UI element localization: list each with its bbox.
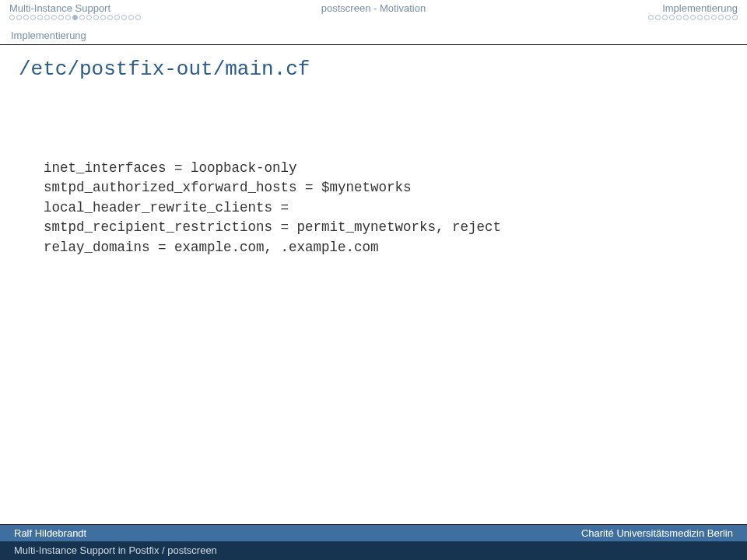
- code-block: inet_interfaces = loopback-only smtpd_au…: [44, 159, 703, 257]
- progress-dot: [128, 15, 134, 20]
- progress-dot: [121, 15, 127, 20]
- slide-footer: Ralf Hildebrandt Charité Universitätsmed…: [0, 521, 747, 560]
- progress-dot: [114, 15, 120, 20]
- subsection-label: Implementierung: [0, 20, 747, 41]
- progress-dot: [704, 15, 710, 20]
- progress-dot: [51, 15, 57, 20]
- nav-section-right: Implementierung: [495, 2, 738, 14]
- progress-dot: [86, 15, 92, 20]
- nav-row: Multi-Instance Support postscreen - Moti…: [0, 2, 747, 14]
- progress-dot: [9, 15, 15, 20]
- progress-dot: [107, 15, 113, 20]
- progress-dot: [72, 15, 78, 20]
- progress-dot: [676, 15, 682, 20]
- progress-dot: [662, 15, 668, 20]
- slide-content: inet_interfaces = loopback-only smtpd_au…: [0, 81, 747, 521]
- progress-dot: [30, 15, 36, 20]
- footer-org: Charité Universitätsmedizin Berlin: [581, 527, 733, 539]
- progress-dot: [65, 15, 71, 20]
- progress-dot: [690, 15, 696, 20]
- progress-dot: [93, 15, 99, 20]
- nav-section-center: postscreen - Motivation: [252, 2, 495, 14]
- progress-dot: [79, 15, 85, 20]
- progress-dot: [16, 15, 22, 20]
- slide-title: /etc/postfix-out/main.cf: [0, 45, 747, 81]
- progress-dot: [697, 15, 703, 20]
- progress-dot: [135, 15, 141, 20]
- progress-dots-left: [9, 15, 141, 20]
- footer-bottom-bar: Multi-Instance Support in Postfix / post…: [0, 541, 747, 560]
- progress-dot: [725, 15, 731, 20]
- progress-dot: [732, 15, 738, 20]
- progress-dot: [58, 15, 64, 20]
- progress-dots-right: [648, 15, 738, 20]
- progress-dot: [669, 15, 675, 20]
- footer-top-bar: Ralf Hildebrandt Charité Universitätsmed…: [0, 525, 747, 541]
- progress-dot: [718, 15, 724, 20]
- nav-section-left: Multi-Instance Support: [9, 2, 252, 14]
- progress-dot: [711, 15, 717, 20]
- progress-dot: [683, 15, 689, 20]
- progress-dot: [648, 15, 654, 20]
- progress-dot: [655, 15, 661, 20]
- footer-author: Ralf Hildebrandt: [14, 527, 86, 539]
- slide-header: Multi-Instance Support postscreen - Moti…: [0, 0, 747, 81]
- footer-talk-title: Multi-Instance Support in Postfix / post…: [14, 544, 217, 556]
- slide-container: Multi-Instance Support postscreen - Moti…: [0, 0, 747, 560]
- progress-dot: [100, 15, 106, 20]
- progress-dot: [37, 15, 43, 20]
- progress-dot: [23, 15, 29, 20]
- progress-dot: [44, 15, 50, 20]
- progress-dots-row: [0, 14, 747, 20]
